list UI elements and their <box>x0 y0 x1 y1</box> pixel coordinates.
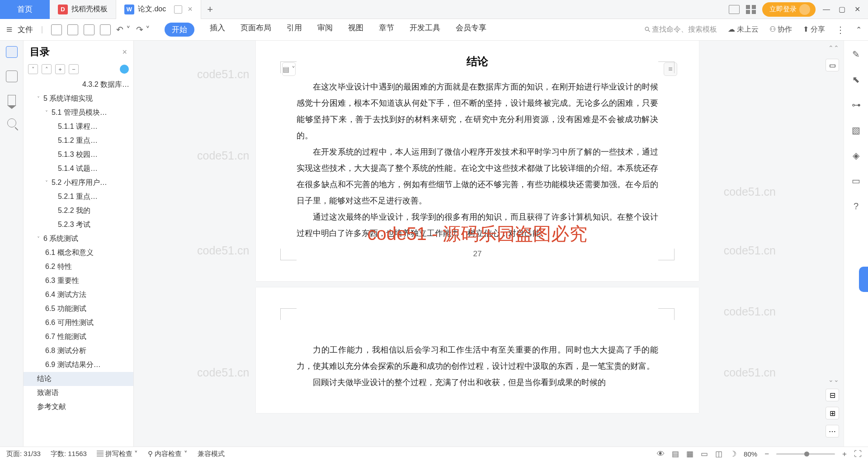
outline-item[interactable]: 6.7 性能测试 <box>24 330 133 344</box>
remove-button[interactable]: − <box>69 64 79 74</box>
fullscreen-icon[interactable]: ⛶ <box>854 450 862 459</box>
eye-icon[interactable]: 👁 <box>657 450 665 459</box>
collapse-ribbon-icon[interactable]: ⌃ <box>856 25 862 34</box>
image-icon[interactable]: ▧ <box>851 125 862 136</box>
side-tab[interactable] <box>859 267 868 292</box>
collapse-all-button[interactable]: ˅ <box>28 64 38 74</box>
split-view-icon[interactable] <box>174 5 182 14</box>
redo-button[interactable]: ↷ ˅ <box>136 24 150 35</box>
outline-item[interactable]: 6.4 测试方法 <box>24 288 133 302</box>
search-icon[interactable] <box>7 118 16 127</box>
share-button[interactable]: 分享 <box>803 25 825 34</box>
spellcheck-button[interactable]: ▤ 拼写检查 ˅ <box>97 450 138 458</box>
tab-templates[interactable]: D 找稻壳模板 <box>50 0 116 19</box>
expand-all-button[interactable]: ˄ <box>42 64 52 74</box>
section-btn[interactable]: ⊟ <box>826 389 839 401</box>
read-icon[interactable]: ▭ <box>851 175 862 186</box>
outline-list[interactable]: 4.3.2 数据库…˅5 系统详细实现˅5.1 管理员模块…5.1.1 课程…5… <box>24 78 133 447</box>
rtab-chapter[interactable]: 章节 <box>379 23 394 37</box>
add-button[interactable]: + <box>55 64 65 74</box>
scroll-ind[interactable]: ▭ <box>826 59 839 71</box>
rtab-layout[interactable]: 页面布局 <box>241 23 271 37</box>
save-icon[interactable] <box>51 24 62 35</box>
login-button[interactable]: 立即登录 <box>762 2 816 17</box>
undo-button[interactable]: ↶ ˅ <box>116 24 130 35</box>
page-counter[interactable]: 页面: 31/33 <box>6 450 41 458</box>
word-counter[interactable]: 字数: 11563 <box>51 450 87 458</box>
rtab-review[interactable]: 审阅 <box>317 23 333 37</box>
outline-item[interactable]: 6.3 重要性 <box>24 274 133 288</box>
zoom-in-button[interactable]: + <box>842 450 847 459</box>
view-mode4-icon[interactable]: ◫ <box>715 449 722 459</box>
view-mode2-icon[interactable]: ▦ <box>686 449 693 459</box>
settings-icon[interactable]: ⊶ <box>851 99 862 110</box>
outline-icon[interactable] <box>6 46 18 58</box>
scroll-up-icon[interactable]: ⌃⌃ <box>828 44 839 52</box>
maximize-button[interactable]: ▢ <box>837 5 846 14</box>
outline-item[interactable]: 5.2.2 我的 <box>24 204 133 218</box>
night-icon[interactable]: ☽ <box>730 449 736 459</box>
outline-item[interactable]: ˅5.2 小程序用户… <box>24 176 133 190</box>
more-icon[interactable]: ⋮ <box>836 24 845 35</box>
outline-close-icon[interactable]: × <box>122 47 127 57</box>
outline-item[interactable]: 5.2.3 考试 <box>24 218 133 232</box>
outline-item[interactable]: ˅5.1 管理员模块… <box>24 106 133 120</box>
view-mode1-icon[interactable]: ▤ <box>672 449 679 459</box>
file-menu[interactable]: 文件 <box>18 24 33 35</box>
layout-icon[interactable] <box>729 5 740 14</box>
thumbnail-icon[interactable] <box>6 71 18 82</box>
tab-document[interactable]: W 论文.doc × <box>116 0 201 19</box>
ai-icon[interactable] <box>120 65 129 74</box>
rtab-start[interactable]: 开始 <box>165 23 194 37</box>
cloud-status[interactable]: 未上云 <box>728 25 759 34</box>
outline-item[interactable]: 5.1.3 校园… <box>24 148 133 162</box>
content-check-button[interactable]: ⚲ 内容检查 ˅ <box>148 450 187 458</box>
outline-item[interactable]: 5.1.4 试题… <box>24 162 133 176</box>
export-icon[interactable] <box>67 24 78 35</box>
view-mode3-icon[interactable]: ▭ <box>701 449 708 459</box>
scroll-down-icon[interactable]: ⌄⌄ <box>828 376 839 383</box>
outline-item[interactable]: 6.1 概念和意义 <box>24 246 133 260</box>
document-area[interactable]: code51.cn code51.cn code51.cn code51.cn … <box>134 41 821 447</box>
outline-item[interactable]: 6.2 特性 <box>24 260 133 274</box>
section-btn2[interactable]: ⊞ <box>826 407 839 419</box>
tab-home[interactable]: 首页 <box>0 0 50 19</box>
bookmark-icon[interactable] <box>8 95 16 106</box>
outline-item[interactable]: 6.5 功能测试 <box>24 302 133 316</box>
pen-icon[interactable]: ✎ <box>851 49 862 60</box>
outline-item[interactable]: 6.6 可用性测试 <box>24 316 133 330</box>
outline-item[interactable]: ˅6 系统测试 <box>24 232 133 246</box>
cursor-icon[interactable]: ⬉ <box>851 74 862 85</box>
rtab-reference[interactable]: 引用 <box>287 23 302 37</box>
rtab-member[interactable]: 会员专享 <box>456 23 486 37</box>
zoom-out-button[interactable]: − <box>764 450 769 459</box>
outline-item[interactable]: 5.1.1 课程… <box>24 120 133 134</box>
rtab-view[interactable]: 视图 <box>348 23 363 37</box>
rtab-devtools[interactable]: 开发工具 <box>410 23 440 37</box>
more-h-icon[interactable]: ⋯ <box>826 425 839 437</box>
outline-item[interactable]: 参考文献 <box>24 400 133 414</box>
outline-item[interactable]: 6.8 测试分析 <box>24 344 133 358</box>
print-icon[interactable] <box>84 24 94 35</box>
close-icon[interactable]: × <box>188 5 193 14</box>
zoom-slider[interactable] <box>776 453 835 455</box>
compat-mode[interactable]: 兼容模式 <box>198 450 225 458</box>
compass-icon[interactable]: ◈ <box>851 150 862 161</box>
outline-item[interactable]: 6.9 测试结果分… <box>24 358 133 372</box>
collab-button[interactable]: 协作 <box>769 25 792 34</box>
rtab-insert[interactable]: 插入 <box>210 23 225 37</box>
outline-item[interactable]: ˅5 系统详细实现 <box>24 92 133 106</box>
apps-icon[interactable] <box>746 5 756 14</box>
outline-item[interactable]: 5.1.2 重点… <box>24 134 133 148</box>
preview-icon[interactable] <box>100 24 111 35</box>
minimize-button[interactable]: — <box>822 5 831 14</box>
outline-item[interactable]: 5.2.1 重点… <box>24 190 133 204</box>
zoom-label[interactable]: 80% <box>744 450 757 458</box>
close-button[interactable]: ✕ <box>853 5 862 14</box>
menu-icon[interactable]: ≡ <box>6 24 12 36</box>
help-icon[interactable]: ? <box>851 201 862 212</box>
outline-item[interactable]: 致谢语 <box>24 386 133 400</box>
new-tab-button[interactable]: + <box>201 4 219 15</box>
search-input[interactable]: 查找命令、搜索模板 <box>645 25 717 34</box>
outline-item[interactable]: 4.3.2 数据库… <box>24 78 133 92</box>
